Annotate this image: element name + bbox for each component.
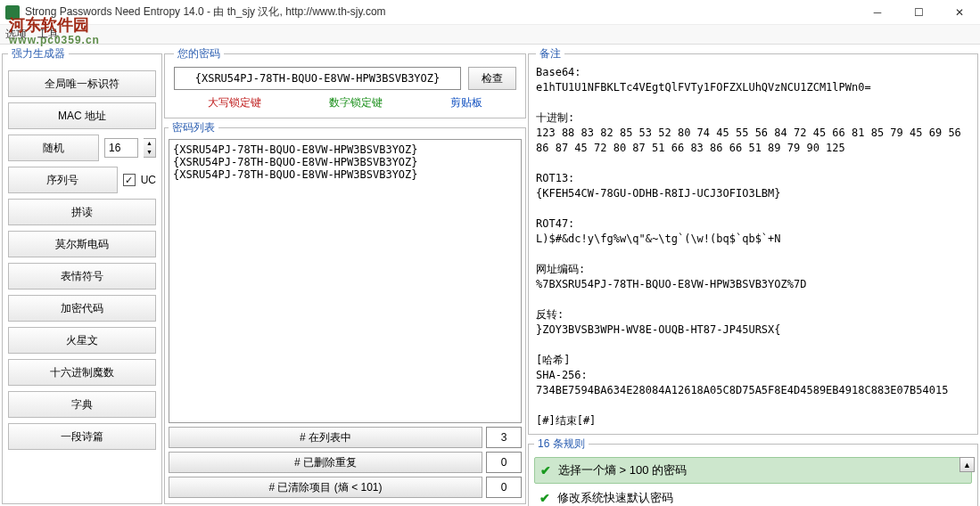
app-icon xyxy=(5,5,20,20)
rule-item-2[interactable]: ✔ 修改系统快速默认密码 xyxy=(534,486,972,506)
random-length-value[interactable]: 16 xyxy=(104,138,138,158)
password-input[interactable] xyxy=(174,67,461,90)
stat-dupes-button[interactable]: # 已删除重复 xyxy=(169,452,482,473)
dict-button[interactable]: 字典 xyxy=(8,391,156,418)
password-panel: 您的密码 检查 大写锁定键 数字锁定键 剪贴板 xyxy=(164,46,526,118)
rules-panel: 16 条规则 ▲ ✔ 选择一个熵 > 100 的密码 ✔ 修改系统快速默认密码 … xyxy=(528,437,978,506)
pinyin-button[interactable]: 拼读 xyxy=(8,199,156,225)
check-button[interactable]: 检查 xyxy=(468,67,516,90)
mars-button[interactable]: 火星文 xyxy=(8,327,156,354)
notes-text[interactable]: Base64: e1hTU1U1NFBKLTc4VEgtQlFVTy1FOFZX… xyxy=(536,65,970,428)
random-button[interactable]: 随机 xyxy=(8,135,99,161)
password-list-legend: 密码列表 xyxy=(169,120,218,135)
rules-scroll-up[interactable]: ▲ xyxy=(959,457,975,472)
window-title: Strong Passwords Need Entropy 14.0 - 由 t… xyxy=(25,4,386,20)
minimize-button[interactable]: ─ xyxy=(857,0,898,25)
stat-cleared-count: 0 xyxy=(486,477,522,498)
stat-inlist-button[interactable]: # 在列表中 xyxy=(169,427,482,448)
rule-text: 选择一个熵 > 100 的密码 xyxy=(558,462,687,478)
poem-button[interactable]: 一段诗篇 xyxy=(8,423,156,450)
notes-panel: 备注 Base64: e1hTU1U1NFBKLTc4VEgtQlFVTy1FO… xyxy=(528,46,978,435)
stat-cleared-button[interactable]: # 已清除项目 (熵 < 101) xyxy=(169,477,482,498)
emoji-button[interactable]: 表情符号 xyxy=(8,263,156,290)
check-icon: ✔ xyxy=(540,463,551,477)
clipboard-indicator: 剪贴板 xyxy=(450,95,482,110)
crypto-button[interactable]: 加密代码 xyxy=(8,295,156,322)
guid-button[interactable]: 全局唯一标识符 xyxy=(8,70,156,97)
mac-button[interactable]: MAC 地址 xyxy=(8,102,156,129)
hexmagic-button[interactable]: 十六进制魔数 xyxy=(8,359,156,386)
serial-button[interactable]: 序列号 xyxy=(8,167,118,193)
password-list[interactable]: {XSRU54PJ-78TH-BQUO-E8VW-HPW3BSVB3YOZ} {… xyxy=(169,139,522,423)
generator-panel: 强力生成器 全局唯一标识符 MAC 地址 随机 16 ▲▼ 序列号 ✓ UC 拼… xyxy=(2,46,162,504)
stat-dupes-count: 0 xyxy=(486,452,522,473)
morse-button[interactable]: 莫尔斯电码 xyxy=(8,231,156,257)
menu-tools[interactable]: 工具 xyxy=(37,27,59,42)
stat-inlist-count: 3 xyxy=(486,427,522,448)
generator-legend: 强力生成器 xyxy=(8,46,69,61)
rule-text: 修改系统快速默认密码 xyxy=(557,490,673,506)
rules-legend: 16 条规则 xyxy=(534,437,589,452)
rule-item-1[interactable]: ✔ 选择一个熵 > 100 的密码 xyxy=(534,457,972,484)
menu-bar: 选项 工具 xyxy=(0,25,980,45)
menu-options[interactable]: 选项 xyxy=(5,27,27,42)
capslock-indicator: 大写锁定键 xyxy=(208,95,261,110)
maximize-button[interactable]: ☐ xyxy=(898,0,939,25)
numlock-indicator: 数字锁定键 xyxy=(329,95,383,110)
check-icon: ✔ xyxy=(539,491,550,505)
password-list-panel: 密码列表 {XSRU54PJ-78TH-BQUO-E8VW-HPW3BSVB3Y… xyxy=(164,120,526,504)
random-length-stepper[interactable]: ▲▼ xyxy=(144,138,156,158)
notes-legend: 备注 xyxy=(536,46,564,61)
password-legend: 您的密码 xyxy=(174,46,224,61)
uc-checkbox[interactable]: ✓ xyxy=(123,174,136,186)
close-button[interactable]: ✕ xyxy=(939,0,980,25)
uc-label: UC xyxy=(141,174,156,186)
title-bar: Strong Passwords Need Entropy 14.0 - 由 t… xyxy=(0,0,980,25)
